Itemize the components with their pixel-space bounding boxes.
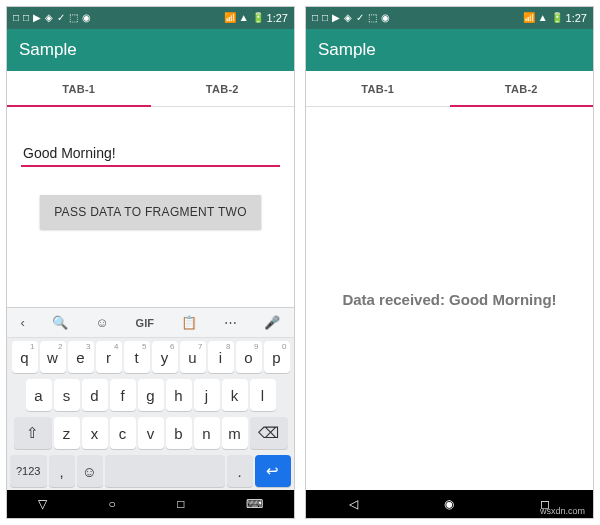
key-b[interactable]: b	[166, 417, 192, 449]
key-p[interactable]: p0	[264, 341, 290, 373]
status-bar: □ □ ▶ ◈ ✓ ⬚ ◉ 📶 ▲ 🔋 1:27	[7, 7, 294, 29]
keyboard-row-4: ?123 , ☺ . ↩	[7, 452, 294, 490]
status-icons-left: □ □ ▶ ◈ ✓ ⬚ ◉	[13, 13, 91, 23]
key-m[interactable]: m	[222, 417, 248, 449]
key-z[interactable]: z	[54, 417, 80, 449]
key-t[interactable]: t5	[124, 341, 150, 373]
key-h[interactable]: h	[166, 379, 192, 411]
status-icon: ✓	[356, 13, 364, 23]
app-title: Sample	[318, 40, 376, 60]
status-icon: □	[312, 13, 318, 23]
key-a[interactable]: a	[26, 379, 52, 411]
phone-screen-left: □ □ ▶ ◈ ✓ ⬚ ◉ 📶 ▲ 🔋 1:27 Sample TAB-1 TA…	[6, 6, 295, 519]
key-x[interactable]: x	[82, 417, 108, 449]
message-input[interactable]	[21, 127, 280, 167]
key-enter[interactable]: ↩	[255, 455, 292, 487]
key-y[interactable]: y6	[152, 341, 178, 373]
kb-more-icon[interactable]: ⋯	[224, 315, 237, 330]
key-i[interactable]: i8	[208, 341, 234, 373]
soft-keyboard: ‹ 🔍 ☺ GIF 📋 ⋯ 🎤 q1 w2 e3 r4 t5 y6 u7 i8 …	[7, 307, 294, 490]
status-clock: 1:27	[566, 12, 587, 24]
status-icons-right: 📶 ▲ 🔋 1:27	[523, 12, 587, 24]
app-bar: Sample	[7, 29, 294, 71]
keyboard-toolbar: ‹ 🔍 ☺ GIF 📋 ⋯ 🎤	[7, 308, 294, 338]
key-symbols[interactable]: ?123	[10, 455, 47, 487]
status-icon: □	[23, 13, 29, 23]
nav-back-icon[interactable]: ◁	[349, 497, 358, 511]
key-l[interactable]: l	[250, 379, 276, 411]
signal-icon: ▲	[538, 13, 548, 23]
key-o[interactable]: o9	[236, 341, 262, 373]
status-icons-right: 📶 ▲ 🔋 1:27	[224, 12, 288, 24]
wifi-icon: 📶	[523, 13, 535, 23]
status-icon: ▶	[33, 13, 41, 23]
nav-home-icon[interactable]: ○	[108, 497, 115, 511]
kb-mic-icon[interactable]: 🎤	[264, 315, 280, 330]
key-shift[interactable]: ⇧	[14, 417, 52, 449]
key-comma[interactable]: ,	[49, 455, 75, 487]
status-icons-left: □ □ ▶ ◈ ✓ ⬚ ◉	[312, 13, 390, 23]
kb-clipboard-icon[interactable]: 📋	[181, 315, 197, 330]
battery-icon: 🔋	[551, 13, 563, 23]
keyboard-row-3: ⇧ z x c v b n m ⌫	[7, 414, 294, 452]
pass-data-button[interactable]: PASS DATA TO FRAGMENT TWO	[40, 195, 261, 229]
key-q[interactable]: q1	[12, 341, 38, 373]
nav-home-icon[interactable]: ◉	[444, 497, 454, 511]
key-n[interactable]: n	[194, 417, 220, 449]
watermark: wsxdn.com	[540, 506, 585, 516]
status-icon: ▶	[332, 13, 340, 23]
keyboard-row-1: q1 w2 e3 r4 t5 y6 u7 i8 o9 p0	[7, 338, 294, 376]
status-clock: 1:27	[267, 12, 288, 24]
status-icon: ✓	[57, 13, 65, 23]
fragment-one-content: PASS DATA TO FRAGMENT TWO	[7, 107, 294, 307]
status-icon: ◉	[82, 13, 91, 23]
key-j[interactable]: j	[194, 379, 220, 411]
received-data-text: Data received: Good Morning!	[306, 291, 593, 308]
status-icon: ◈	[45, 13, 53, 23]
nav-back-icon[interactable]: ▽	[38, 497, 47, 511]
app-bar: Sample	[306, 29, 593, 71]
wifi-icon: 📶	[224, 13, 236, 23]
key-f[interactable]: f	[110, 379, 136, 411]
nav-keyboard-icon[interactable]: ⌨	[246, 497, 263, 511]
key-k[interactable]: k	[222, 379, 248, 411]
status-icon: ◈	[344, 13, 352, 23]
key-w[interactable]: w2	[40, 341, 66, 373]
status-icon: ◉	[381, 13, 390, 23]
phone-screen-right: □ □ ▶ ◈ ✓ ⬚ ◉ 📶 ▲ 🔋 1:27 Sample TAB-1 TA…	[305, 6, 594, 519]
app-title: Sample	[19, 40, 77, 60]
key-c[interactable]: c	[110, 417, 136, 449]
key-period[interactable]: .	[227, 455, 253, 487]
system-nav-bar: ▽ ○ □ ⌨	[7, 490, 294, 518]
tab-bar: TAB-1 TAB-2	[7, 71, 294, 107]
status-icon: ⬚	[368, 13, 377, 23]
key-s[interactable]: s	[54, 379, 80, 411]
key-space[interactable]	[105, 455, 225, 487]
battery-icon: 🔋	[252, 13, 264, 23]
status-icon: □	[13, 13, 19, 23]
status-bar: □ □ ▶ ◈ ✓ ⬚ ◉ 📶 ▲ 🔋 1:27	[306, 7, 593, 29]
tab-bar: TAB-1 TAB-2	[306, 71, 593, 107]
kb-search-icon[interactable]: 🔍	[52, 315, 68, 330]
key-v[interactable]: v	[138, 417, 164, 449]
key-g[interactable]: g	[138, 379, 164, 411]
kb-collapse-icon[interactable]: ‹	[21, 315, 25, 330]
nav-recent-icon[interactable]: □	[177, 497, 184, 511]
fragment-two-content: Data received: Good Morning!	[306, 107, 593, 490]
kb-sticker-icon[interactable]: ☺	[95, 315, 108, 330]
status-icon: □	[322, 13, 328, 23]
tab-1[interactable]: TAB-1	[306, 71, 450, 106]
key-d[interactable]: d	[82, 379, 108, 411]
keyboard-row-2: a s d f g h j k l	[7, 376, 294, 414]
kb-gif-button[interactable]: GIF	[136, 317, 154, 329]
tab-2[interactable]: TAB-2	[151, 71, 295, 106]
tab-1[interactable]: TAB-1	[7, 71, 151, 106]
key-r[interactable]: r4	[96, 341, 122, 373]
key-u[interactable]: u7	[180, 341, 206, 373]
signal-icon: ▲	[239, 13, 249, 23]
key-e[interactable]: e3	[68, 341, 94, 373]
tab-2[interactable]: TAB-2	[450, 71, 594, 106]
status-icon: ⬚	[69, 13, 78, 23]
key-emoji[interactable]: ☺	[77, 455, 103, 487]
key-backspace[interactable]: ⌫	[250, 417, 288, 449]
